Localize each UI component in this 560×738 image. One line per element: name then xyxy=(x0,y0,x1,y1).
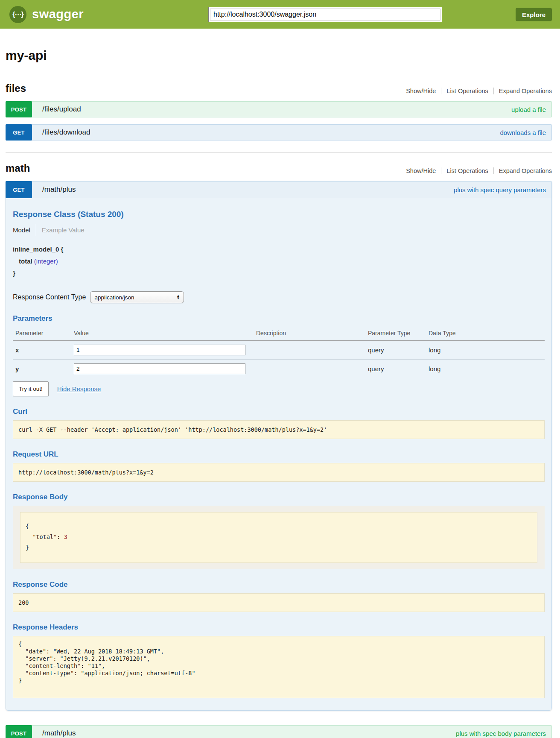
parameter-description xyxy=(254,360,365,378)
show-hide-link[interactable]: Show/Hide xyxy=(401,167,441,174)
operation-row-get-math-plus[interactable]: GET /math/plus plus with spec query para… xyxy=(6,182,551,198)
parameter-type: query xyxy=(365,360,426,378)
col-data-type: Data Type xyxy=(426,327,545,341)
parameter-row-y: y query long xyxy=(13,360,545,378)
col-parameter-type: Parameter Type xyxy=(365,327,426,341)
list-operations-link[interactable]: List Operations xyxy=(441,88,493,94)
try-it-row: Try it out! Hide Response xyxy=(13,381,545,396)
response-content-type-label: Response Content Type xyxy=(13,293,86,301)
section-title-files: files xyxy=(6,82,26,94)
model-property-name: total xyxy=(19,258,32,265)
response-class-tabs: Model Example Value xyxy=(13,224,545,236)
response-code-value: 200 xyxy=(13,593,545,612)
response-code-heading: Response Code xyxy=(13,580,545,589)
spec-url-input[interactable] xyxy=(210,9,440,20)
operation-path: /files/download xyxy=(42,128,90,137)
col-parameter: Parameter xyxy=(13,327,71,341)
parameter-x-input[interactable] xyxy=(74,345,245,355)
response-content-type-row: Response Content Type application/json ▲… xyxy=(13,291,545,303)
swagger-logo-icon: {⋯} xyxy=(9,6,26,23)
parameters-table: Parameter Value Description Parameter Ty… xyxy=(13,327,545,378)
selected-content-type: application/json xyxy=(94,294,134,301)
parameter-name: y xyxy=(13,360,71,378)
section-controls: Show/Hide List Operations Expand Operati… xyxy=(401,167,552,174)
method-badge-get: GET xyxy=(6,124,32,141)
spec-url-box xyxy=(208,7,442,22)
parameter-row-x: x query long xyxy=(13,341,545,360)
brand-title: swagger xyxy=(32,7,84,21)
operation-summary: upload a file xyxy=(511,106,546,113)
parameters-heading: Parameters xyxy=(13,314,545,323)
hide-response-link[interactable]: Hide Response xyxy=(57,385,101,392)
operation-detail-panel: Response Class (Status 200) Model Exampl… xyxy=(6,198,551,710)
parameter-data-type: long xyxy=(426,341,545,360)
response-content-type-select[interactable]: application/json ▲▼ xyxy=(90,291,184,303)
section-title-math: math xyxy=(6,162,30,174)
section-divider xyxy=(6,152,552,153)
tab-example-value[interactable]: Example Value xyxy=(42,226,85,234)
request-url-value: http://localhost:3000/math/plus?x=1&y=2 xyxy=(13,463,545,482)
operation-summary: plus with spec body parameters xyxy=(456,730,546,737)
brand-link[interactable]: {⋯} swagger xyxy=(9,6,84,23)
response-headers-heading: Response Headers xyxy=(13,623,545,632)
response-body-json: { "total": 3 } xyxy=(20,512,537,563)
parameter-description xyxy=(254,341,365,360)
curl-heading: Curl xyxy=(13,407,545,416)
page-title: my-api xyxy=(6,48,552,63)
parameter-y-input[interactable] xyxy=(74,363,245,374)
operation-expanded-get-math-plus: GET /math/plus plus with spec query para… xyxy=(6,181,552,711)
list-operations-link[interactable]: List Operations xyxy=(441,167,493,174)
section-header-math: math Show/Hide List Operations Expand Op… xyxy=(6,162,552,174)
json-open-brace: { xyxy=(26,523,29,530)
operation-path: /math/plus xyxy=(42,729,76,738)
request-url-heading: Request URL xyxy=(13,450,545,459)
model-property-type: (integer) xyxy=(34,258,58,265)
section-controls: Show/Hide List Operations Expand Operati… xyxy=(401,88,552,94)
parameter-data-type: long xyxy=(426,360,545,378)
col-value: Value xyxy=(71,327,254,341)
expand-operations-link[interactable]: Expand Operations xyxy=(493,88,552,94)
method-badge-post: POST xyxy=(6,725,32,738)
json-number-value: 3 xyxy=(64,533,67,540)
tab-model[interactable]: Model xyxy=(13,226,30,234)
col-description: Description xyxy=(254,327,365,341)
section-header-files: files Show/Hide List Operations Expand O… xyxy=(6,82,552,94)
main-content: my-api files Show/Hide List Operations E… xyxy=(6,48,552,738)
model-close: } xyxy=(13,267,545,279)
operation-summary: plus with spec query parameters xyxy=(454,186,546,193)
parameters-header-row: Parameter Value Description Parameter Ty… xyxy=(13,327,545,341)
json-key: "total": xyxy=(26,533,64,540)
response-body-heading: Response Body xyxy=(13,493,545,501)
parameter-type: query xyxy=(365,341,426,360)
show-hide-link[interactable]: Show/Hide xyxy=(401,88,441,94)
operation-row-post-files-upload[interactable]: POST /files/upload upload a file xyxy=(6,101,552,117)
top-bar: {⋯} swagger Explore xyxy=(0,0,560,29)
operation-row-post-math-plus[interactable]: POST /math/plus plus with spec body para… xyxy=(6,725,552,738)
response-headers-json: { "date": "Wed, 22 Aug 2018 18:49:13 GMT… xyxy=(13,636,545,698)
response-body-container: { "total": 3 } xyxy=(13,506,545,569)
operation-row-get-files-download[interactable]: GET /files/download downloads a file xyxy=(6,124,552,141)
curl-command: curl -X GET --header 'Accept: applicatio… xyxy=(13,420,545,439)
explore-button[interactable]: Explore xyxy=(516,8,552,21)
json-close-brace: } xyxy=(26,544,29,551)
method-badge-get: GET xyxy=(6,181,32,198)
model-signature: inline_model_0 { total (integer) } xyxy=(13,243,545,279)
expand-operations-link[interactable]: Expand Operations xyxy=(493,167,552,174)
try-it-out-button[interactable]: Try it out! xyxy=(13,381,49,396)
parameter-name: x xyxy=(13,341,71,360)
response-class-heading: Response Class (Status 200) xyxy=(13,210,545,219)
model-open: inline_model_0 { xyxy=(13,243,545,255)
operation-summary: downloads a file xyxy=(500,129,546,136)
select-arrows-icon: ▲▼ xyxy=(176,295,180,300)
tab-separator xyxy=(36,224,36,236)
operation-path: /math/plus xyxy=(42,185,76,194)
model-property: total (integer) xyxy=(13,255,545,267)
method-badge-post: POST xyxy=(6,101,32,117)
operation-path: /files/upload xyxy=(42,105,81,114)
